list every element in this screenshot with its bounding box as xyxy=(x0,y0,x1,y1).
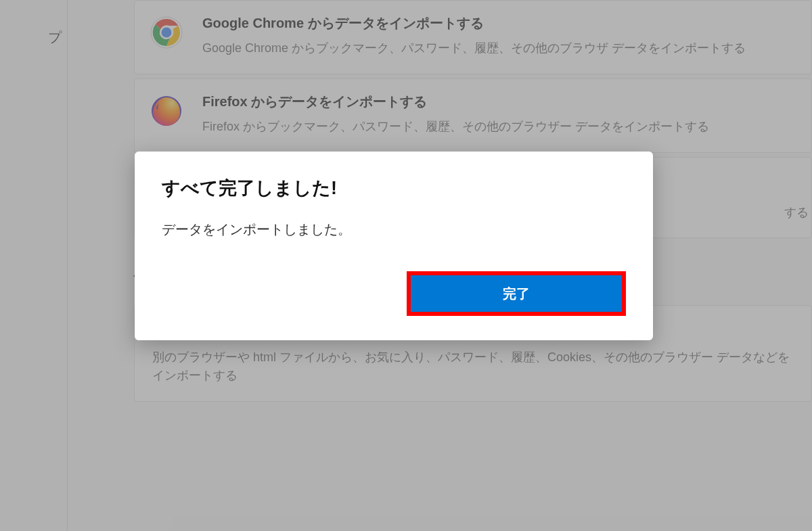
import-complete-dialog: すべて完了しました! データをインポートしました。 完了 xyxy=(135,152,653,340)
dialog-title: すべて完了しました! xyxy=(162,176,626,200)
done-button-highlight: 完了 xyxy=(407,271,626,316)
dialog-body: データをインポートしました。 xyxy=(162,221,626,239)
dialog-footer: 完了 xyxy=(162,271,626,316)
done-button[interactable]: 完了 xyxy=(411,275,622,312)
